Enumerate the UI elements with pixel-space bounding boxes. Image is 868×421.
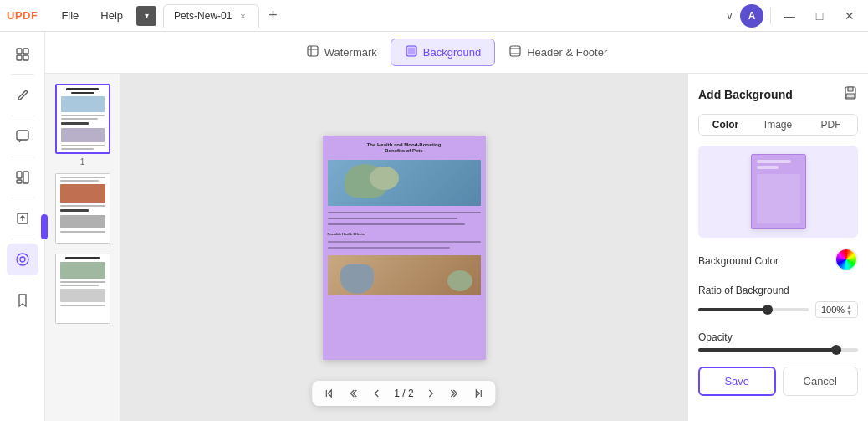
- doc-line-2: [328, 218, 458, 219]
- header-footer-label: Header & Footer: [527, 46, 607, 59]
- ratio-value-text: 100%: [821, 305, 845, 315]
- prev-page-button[interactable]: [367, 384, 385, 403]
- svg-point-10: [20, 257, 25, 262]
- edit-button[interactable]: [7, 80, 38, 111]
- ratio-slider-row: 100% ▲ ▼: [698, 301, 858, 318]
- preview-line-2: [757, 166, 779, 169]
- watermark-tab[interactable]: Watermark: [293, 39, 391, 65]
- canvas-area: The Health and Mood-BoostingBenefits of …: [120, 74, 687, 421]
- first-page-button[interactable]: [320, 384, 339, 403]
- opacity-thumb[interactable]: [831, 345, 841, 355]
- cancel-button[interactable]: Cancel: [783, 367, 859, 396]
- ratio-slider-fill: [698, 308, 764, 311]
- bookmark-button[interactable]: [7, 285, 38, 316]
- menu-bar: File Help ▾: [51, 6, 156, 26]
- svg-rect-7: [17, 180, 22, 183]
- doc-line-5: [328, 247, 450, 249]
- next-page-button[interactable]: [422, 384, 441, 403]
- header-footer-tab[interactable]: Header & Footer: [495, 39, 620, 65]
- minimize-button[interactable]: —: [778, 4, 801, 28]
- export-icon: [15, 211, 30, 226]
- svg-rect-5: [17, 172, 22, 178]
- save-button[interactable]: Save: [698, 367, 776, 396]
- watermark-label: Watermark: [324, 46, 377, 59]
- color-tab[interactable]: Color: [699, 115, 752, 135]
- help-menu[interactable]: Help: [90, 6, 133, 25]
- doc-content: The Health and Mood-BoostingBenefits of …: [323, 136, 486, 360]
- document-tab[interactable]: Pets-New-01 ×: [163, 4, 259, 28]
- panel-title: Add Background: [698, 88, 793, 101]
- page-thumb-image-2: [55, 173, 110, 244]
- type-tabs: Color Image PDF: [698, 114, 858, 136]
- prev-pages-button[interactable]: [344, 384, 362, 403]
- opacity-section: Opacity: [698, 328, 858, 352]
- svg-point-9: [17, 254, 28, 265]
- ratio-up-arrow[interactable]: ▲: [846, 304, 852, 310]
- svg-rect-16: [848, 87, 853, 91]
- page-thumbnail-2[interactable]: [55, 173, 110, 247]
- last-page-button[interactable]: [469, 384, 488, 403]
- ratio-slider[interactable]: [698, 308, 809, 311]
- toolbar-separator-5: [11, 239, 34, 239]
- edit-icon: [15, 88, 30, 103]
- comment-icon: [15, 129, 30, 144]
- organize-button[interactable]: [7, 162, 38, 193]
- background-preview-box: [698, 146, 858, 238]
- page-view-button[interactable]: [7, 39, 38, 70]
- close-button[interactable]: ✕: [838, 4, 861, 28]
- pdf-tab[interactable]: PDF: [804, 115, 857, 135]
- left-toolbar: [0, 32, 45, 421]
- page-counter: 1 / 2: [391, 388, 416, 399]
- topbar: UPDF File Help ▾ Pets-New-01 × + ∨ A — □…: [0, 0, 868, 32]
- page-navigation-toolbar: 1 / 2: [312, 381, 495, 406]
- svg-rect-4: [17, 131, 28, 140]
- page-thumbnail-1[interactable]: 1: [55, 84, 110, 167]
- opacity-slider[interactable]: [698, 348, 858, 352]
- doc-section-title: Possible Health Effects: [328, 232, 481, 236]
- tab-label: Pets-New-01: [174, 10, 232, 22]
- tab-close-button[interactable]: ×: [237, 10, 248, 22]
- action-buttons: Save Cancel: [698, 367, 858, 396]
- toolbar-separator-6: [11, 280, 34, 280]
- page-thumbnail-3[interactable]: [55, 254, 110, 327]
- svg-rect-11: [308, 46, 318, 56]
- organize-icon: [15, 170, 30, 185]
- export-button[interactable]: [7, 203, 38, 234]
- doc-line-4: [328, 241, 481, 243]
- next-pages-button[interactable]: [446, 384, 464, 403]
- layers-button[interactable]: [7, 244, 38, 275]
- svg-rect-2: [17, 55, 22, 60]
- preview-page-thumbnail: [751, 154, 806, 229]
- preview-content-area: [757, 174, 800, 223]
- ratio-down-arrow[interactable]: ▼: [846, 310, 852, 316]
- main-layout: Watermark Background Header & Footer: [0, 32, 868, 421]
- separator-vertical: [770, 8, 771, 24]
- add-tab-button[interactable]: +: [263, 6, 283, 26]
- toolbar-separator-1: [11, 74, 34, 75]
- user-avatar[interactable]: A: [740, 4, 763, 28]
- svg-rect-13: [408, 48, 415, 54]
- ratio-slider-thumb[interactable]: [763, 305, 773, 315]
- image-tab[interactable]: Image: [752, 115, 804, 135]
- header-footer-icon: [508, 44, 522, 60]
- comment-button[interactable]: [7, 121, 38, 152]
- page-thumb-label-1: 1: [80, 157, 85, 167]
- page-canvas-wrapper: 1: [45, 74, 868, 421]
- maximize-button[interactable]: □: [808, 4, 831, 28]
- panel-save-icon[interactable]: [843, 85, 858, 104]
- file-menu[interactable]: File: [51, 6, 89, 25]
- topbar-dropdown-icon[interactable]: ∨: [726, 10, 733, 22]
- secondary-toolbar: Watermark Background Header & Footer: [45, 32, 868, 74]
- watermark-icon: [306, 44, 319, 60]
- page-thumb-image-3: [55, 254, 110, 324]
- svg-rect-6: [23, 172, 28, 183]
- menu-dropdown-arrow[interactable]: ▾: [136, 6, 156, 26]
- ratio-value-input[interactable]: 100% ▲ ▼: [815, 301, 858, 318]
- content-column: Watermark Background Header & Footer: [45, 32, 868, 421]
- color-picker-button[interactable]: [835, 248, 858, 271]
- preview-line-1: [757, 160, 792, 163]
- doc-image-2: [328, 255, 481, 295]
- dropdown-icon: ▾: [145, 11, 149, 20]
- background-tab[interactable]: Background: [391, 39, 495, 66]
- ratio-spinners: ▲ ▼: [846, 304, 852, 316]
